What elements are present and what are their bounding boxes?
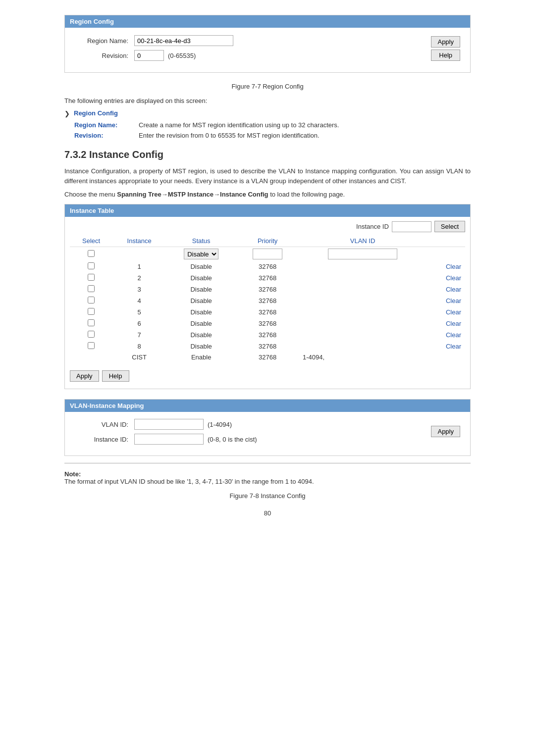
row-checkbox-3[interactable] bbox=[88, 285, 95, 292]
table-row: 5 Disable 32768 Clear bbox=[70, 306, 465, 318]
field-revision-label: Revision: bbox=[74, 132, 139, 139]
clear-link-8[interactable]: Clear bbox=[446, 343, 461, 350]
region-config-buttons: Apply Help bbox=[431, 36, 460, 61]
row-priority-4: 32768 bbox=[236, 295, 299, 306]
cist-status: Enable bbox=[166, 352, 236, 362]
vlan-id-label: VLAN ID: bbox=[75, 421, 134, 428]
instance-id-hint: (0-8, 0 is the cist) bbox=[208, 436, 257, 443]
divider bbox=[64, 463, 471, 463]
col-select: Select bbox=[70, 235, 112, 247]
row-vlan-4 bbox=[299, 295, 427, 306]
row-priority-1: 32768 bbox=[236, 261, 299, 272]
row-checkbox-8[interactable] bbox=[88, 342, 95, 349]
figure7-caption: Figure 7-7 Region Config bbox=[64, 83, 471, 90]
col-status: Status bbox=[166, 235, 236, 247]
page-number: 80 bbox=[64, 509, 471, 517]
table-row: 8 Disable 32768 Clear bbox=[70, 341, 465, 352]
row-status-3: Disable bbox=[166, 284, 236, 295]
cist-row: CIST Enable 32768 1-4094, bbox=[70, 352, 465, 362]
region-apply-button[interactable]: Apply bbox=[431, 36, 460, 48]
instance-id-mapping-input[interactable] bbox=[134, 434, 204, 445]
clear-link-7[interactable]: Clear bbox=[446, 331, 461, 339]
revision-row: Revision: (0-65535) bbox=[75, 50, 416, 61]
table-row: 7 Disable 32768 Clear bbox=[70, 329, 465, 341]
region-name-input[interactable] bbox=[134, 35, 233, 46]
instance-table-header: Instance Table bbox=[65, 204, 470, 217]
instance-table-actions: Apply Help bbox=[70, 367, 465, 385]
row-instance-3: 3 bbox=[112, 284, 166, 295]
region-config-body: Region Name: Revision: (0-65535) Apply H… bbox=[65, 28, 470, 72]
row-checkbox-7[interactable] bbox=[88, 331, 95, 338]
menu-path-text: Choose the menu Spanning Tree→MSTP Insta… bbox=[64, 191, 471, 198]
cist-priority: 32768 bbox=[236, 352, 299, 362]
row-instance-2: 2 bbox=[112, 272, 166, 284]
col-instance: Instance bbox=[112, 235, 166, 247]
edit-row-checkbox[interactable] bbox=[88, 250, 95, 257]
field-revision-desc: Enter the revision from 0 to 65535 for M… bbox=[139, 132, 320, 139]
edit-row: Disable Enable bbox=[70, 247, 465, 261]
instance-id-input[interactable] bbox=[392, 221, 431, 232]
row-checkbox-1[interactable] bbox=[88, 262, 95, 269]
menu-path-bold: Spanning Tree→MSTP Instance→Instance Con… bbox=[117, 191, 268, 198]
col-priority: Priority bbox=[236, 235, 299, 247]
row-checkbox-5[interactable] bbox=[88, 308, 95, 315]
vlan-mapping-form: VLAN ID: (1-4094) Instance ID: (0-8, 0 i… bbox=[75, 419, 460, 449]
row-instance-7: 7 bbox=[112, 329, 166, 341]
instance-apply-button[interactable]: Apply bbox=[70, 370, 99, 382]
row-status-2: Disable bbox=[166, 272, 236, 284]
row-priority-8: 32768 bbox=[236, 341, 299, 352]
table-row: 4 Disable 32768 Clear bbox=[70, 295, 465, 306]
row-priority-6: 32768 bbox=[236, 318, 299, 329]
clear-link-5[interactable]: Clear bbox=[446, 308, 461, 316]
vlan-mapping-apply-button[interactable]: Apply bbox=[431, 426, 460, 437]
instance-table-inner: Instance ID Select Select Instance Statu… bbox=[65, 217, 470, 389]
menu-path-suffix: to load the following page. bbox=[268, 191, 345, 198]
instance-help-button[interactable]: Help bbox=[102, 370, 129, 382]
instance-id-label: Instance ID bbox=[356, 223, 389, 230]
revision-hint: (0-65535) bbox=[168, 52, 196, 59]
row-instance-6: 6 bbox=[112, 318, 166, 329]
revision-input[interactable] bbox=[134, 50, 164, 61]
row-checkbox-6[interactable] bbox=[88, 319, 95, 326]
bullet-region-config-label: Region Config bbox=[74, 109, 118, 117]
col-action bbox=[427, 235, 465, 247]
row-status-4: Disable bbox=[166, 295, 236, 306]
row-vlan-7 bbox=[299, 329, 427, 341]
row-checkbox-4[interactable] bbox=[88, 297, 95, 303]
clear-link-2[interactable]: Clear bbox=[446, 274, 461, 282]
row-vlan-8 bbox=[299, 341, 427, 352]
clear-link-3[interactable]: Clear bbox=[446, 286, 461, 293]
row-vlan-6 bbox=[299, 318, 427, 329]
note-section: Note: The format of input VLAN ID shoud … bbox=[64, 470, 471, 485]
note-text: The format of input VLAN ID shoud be lik… bbox=[64, 478, 314, 485]
instance-id-mapping-label: Instance ID: bbox=[75, 436, 134, 443]
bullet-arrow-icon: ❯ bbox=[64, 110, 70, 117]
vlan-id-input[interactable] bbox=[328, 249, 397, 259]
clear-link-6[interactable]: Clear bbox=[446, 320, 461, 327]
region-help-button[interactable]: Help bbox=[431, 50, 460, 61]
select-button[interactable]: Select bbox=[434, 221, 465, 232]
clear-link-4[interactable]: Clear bbox=[446, 297, 461, 304]
field-region-name-label: Region Name: bbox=[74, 121, 139, 129]
row-status-7: Disable bbox=[166, 329, 236, 341]
row-instance-8: 8 bbox=[112, 341, 166, 352]
vlan-mapping-box: VLAN-Instance Mapping VLAN ID: (1-4094) … bbox=[64, 399, 471, 456]
row-status-8: Disable bbox=[166, 341, 236, 352]
row-priority-7: 32768 bbox=[236, 329, 299, 341]
row-status-1: Disable bbox=[166, 261, 236, 272]
row-checkbox-2[interactable] bbox=[88, 274, 95, 281]
row-status-6: Disable bbox=[166, 318, 236, 329]
instance-table: Select Instance Status Priority VLAN ID … bbox=[70, 235, 465, 362]
row-vlan-3 bbox=[299, 284, 427, 295]
table-row: 2 Disable 32768 Clear bbox=[70, 272, 465, 284]
field-region-name-row: Region Name: Create a name for MST regio… bbox=[74, 121, 471, 129]
clear-link-1[interactable]: Clear bbox=[446, 263, 461, 270]
vlan-id-hint: (1-4094) bbox=[208, 421, 232, 428]
status-select[interactable]: Disable Enable bbox=[184, 249, 218, 259]
table-row: 6 Disable 32768 Clear bbox=[70, 318, 465, 329]
vlan-id-mapping-input[interactable] bbox=[134, 419, 204, 430]
field-revision-row: Revision: Enter the revision from 0 to 6… bbox=[74, 132, 471, 139]
priority-input[interactable] bbox=[253, 249, 282, 259]
instance-id-row: Instance ID Select bbox=[70, 221, 465, 232]
vlan-mapping-apply-wrapper: Apply bbox=[431, 426, 460, 437]
